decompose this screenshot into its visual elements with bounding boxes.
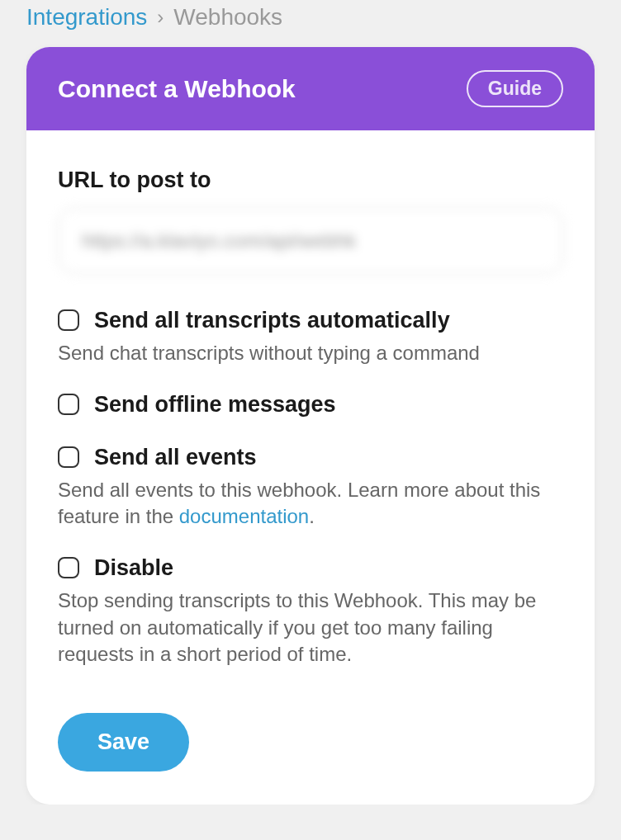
card-body: URL to post to Send all transcripts auto…: [26, 130, 595, 805]
card-title: Connect a Webhook: [58, 75, 296, 103]
checkbox-disable[interactable]: [58, 557, 79, 578]
breadcrumb-separator: ›: [157, 6, 164, 29]
breadcrumb: Integrations › Webhooks: [0, 0, 621, 47]
breadcrumb-current: Webhooks: [173, 4, 282, 31]
option-disable: Disable Stop sending transcripts to this…: [58, 554, 563, 668]
breadcrumb-integrations-link[interactable]: Integrations: [26, 4, 147, 31]
save-button[interactable]: Save: [58, 713, 189, 772]
checkbox-send-transcripts[interactable]: [58, 309, 79, 331]
description-suffix: .: [309, 505, 315, 527]
checkbox-label: Send all transcripts automatically: [94, 307, 450, 335]
checkbox-label: Disable: [94, 554, 173, 583]
checkbox-label: Send offline messages: [94, 391, 336, 419]
url-input[interactable]: [58, 208, 563, 274]
checkbox-send-offline[interactable]: [58, 394, 79, 415]
webhook-card: Connect a Webhook Guide URL to post to S…: [26, 47, 595, 805]
option-send-transcripts: Send all transcripts automatically Send …: [58, 307, 563, 366]
option-send-offline: Send offline messages: [58, 391, 563, 419]
url-field-label: URL to post to: [58, 168, 563, 193]
checkbox-label: Send all events: [94, 444, 257, 472]
checkbox-description: Send chat transcripts without typing a c…: [58, 340, 563, 366]
card-header: Connect a Webhook Guide: [26, 47, 595, 130]
option-send-events: Send all events Send all events to this …: [58, 444, 563, 531]
checkbox-send-events[interactable]: [58, 446, 79, 468]
checkbox-description: Send all events to this webhook. Learn m…: [58, 477, 563, 531]
guide-button[interactable]: Guide: [467, 70, 563, 107]
checkbox-description: Stop sending transcripts to this Webhook…: [58, 588, 563, 668]
documentation-link[interactable]: documentation: [179, 505, 309, 527]
